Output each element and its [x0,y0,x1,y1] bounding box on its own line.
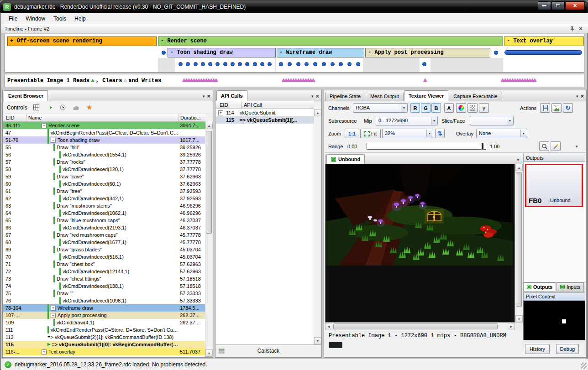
event-row[interactable]: 116-...+Text overlay511.7037 [3,348,205,355]
api-call-row[interactable]: 115=> vkQueueSubmit(1)[... [216,116,314,124]
alpha-background-button[interactable] [467,103,478,113]
tab-event-browser[interactable]: Event Browser [4,90,48,101]
timeline-bar-toon[interactable]: - Toon shading draw [168,48,276,57]
goto-eid-icon[interactable] [46,104,54,112]
zoom-select[interactable]: 32%▾ [382,129,433,138]
event-row[interactable]: 64vkCmdDrawIndexed(1062,1)46.96296 [3,209,205,217]
zoom-range-button[interactable] [539,141,549,151]
panel-close-icon[interactable]: × [207,94,210,99]
expand-toggle[interactable]: − [51,313,56,318]
toon-draw-dots[interactable] [178,62,272,66]
history-button[interactable]: History [525,344,550,354]
text-overlay-draw-span[interactable] [504,50,582,55]
write-markers-group[interactable]: ▲▲▲▲▲▲▲▲▲▲▲▲▲▲ [501,77,536,84]
overlay-select[interactable]: None▾ [476,129,527,138]
event-row[interactable]: 73Draw "chest fittings"57.18518 [3,275,205,282]
event-row[interactable]: 109vkCmdDraw(4,1)262.37... [3,319,205,326]
event-row[interactable]: 61Draw "tree"37.92593 [3,188,205,195]
event-row[interactable]: 56vkCmdDrawIndexed(1554,1)39.25926 [3,151,205,158]
channel-g-toggle[interactable]: G [421,103,430,113]
event-row[interactable]: 55Draw "hill"39.25926 [3,144,205,151]
channel-a-toggle[interactable]: A [444,103,454,113]
event-row[interactable]: 68vkCmdDrawIndexed(1677,1)45.77778 [3,239,205,246]
menu-help[interactable]: Help [70,14,90,23]
tab-api-calls[interactable]: API Calls [216,90,247,101]
zoom-1-1-button[interactable]: 1:1 [345,129,359,138]
range-slider[interactable] [367,143,486,150]
minimize-button[interactable] [538,1,551,10]
pre-toon-draw-dot[interactable] [162,50,166,55]
refresh-button[interactable]: ↻ [563,103,573,113]
pin-icon[interactable] [568,26,576,32]
gamma-button[interactable]: γ [479,103,489,113]
texture-viewport[interactable] [325,164,515,323]
event-row[interactable]: 69Draw "grass blades"45.03704 [3,246,205,253]
expand-toggle[interactable]: − [51,138,56,143]
statistics-icon[interactable] [72,104,80,112]
event-row[interactable]: 66vkCmdDrawIndexed(2193,1)46.37037 [3,224,205,231]
resize-grip[interactable] [581,363,587,369]
timeline-bar-render-scene[interactable]: - Render scene [158,36,503,46]
timeline-bar-wireframe[interactable]: - Wireframe draw [277,48,364,57]
texture-horizontal-scrollbar[interactable]: ◀ ▶ [325,323,515,330]
menu-window[interactable]: Window [21,14,49,23]
time-durations-icon[interactable] [59,104,67,112]
api-call-row[interactable]: +114vkQueueSubmit [216,109,314,116]
channel-r-toggle[interactable]: R [410,103,420,113]
event-row[interactable]: 107-...−Apply post processing262.37... [3,312,205,319]
expand-toggle[interactable]: + [42,349,47,354]
event-row[interactable]: 74vkCmdDrawIndexed(138,1)57.18518 [3,282,205,290]
api-calls-scrollbar[interactable]: ▲ ▼ [314,109,321,344]
panel-menu-icon[interactable]: ▾ [576,94,578,99]
expand-toggle[interactable]: − [42,123,47,128]
timeline-bar-text-overlay[interactable]: - Text overlay [504,36,584,46]
event-row[interactable]: 115▶=> vkQueueSubmit(1)[0]: vkBeginComma… [3,341,205,348]
event-row[interactable]: 72vkCmdDrawIndexed(12144,1)57.62963 [3,268,205,275]
timeline-icon[interactable] [32,104,41,112]
timeline-panel-header[interactable]: Timeline - Frame #2 × [1,24,588,33]
event-browser-scrollbar[interactable]: ▲ ▼ [205,122,212,357]
tab-list-dropdown-icon[interactable]: ▾ [517,157,522,164]
pixel-context-view[interactable] [523,301,585,340]
tab-unbound-texture[interactable]: Unbound [326,154,365,164]
event-row[interactable]: 111vkCmdEndRenderPass(C=Store, D=Store, … [3,326,205,334]
menu-file[interactable]: File [5,14,21,23]
postprocess-draw-dot[interactable] [422,62,427,66]
slice-face-select[interactable]: ▾ [470,116,514,125]
channel-b-toggle[interactable]: B [431,103,441,113]
api-calls-column-header[interactable]: EID API Call [216,101,314,109]
wireframe-draw-dots[interactable] [279,62,360,66]
tab-pipeline-state[interactable]: Pipeline State [325,92,365,101]
callstack-section[interactable]: Callstack [216,344,321,357]
resource-usage-track[interactable]: Presentable Image 1 Reads ▲ , Clears ▲ a… [5,74,584,87]
panel-close-icon[interactable]: × [580,94,584,99]
event-row[interactable]: 57Draw "rocks"37.77778 [3,158,205,166]
event-row[interactable]: 62vkCmdDrawIndexed(342,1)37.92593 [3,195,205,202]
toolbar-overflow-icon[interactable]: ▾ [576,141,578,151]
panel-close-icon[interactable]: × [315,94,319,99]
timeline-bar-offscreen[interactable]: + Off-screen scene rendering [7,36,157,46]
expand-toggle[interactable]: + [51,306,56,311]
write-markers-group[interactable]: ▲▲▲▲▲▲▲▲▲▲▲▲▲▲ [182,77,217,84]
bookmark-icon[interactable] [85,104,94,112]
texture-vertical-scrollbar[interactable]: ▲ ▼ [515,164,522,323]
panel-menu-icon[interactable]: ▾ [311,94,314,99]
event-row[interactable]: 113=> vkQueueSubmit(2)[1]: vkEndCommandB… [3,334,205,341]
expand-toggle[interactable]: + [218,110,223,115]
close-button[interactable]: × [565,1,585,10]
event-browser-column-header[interactable]: EID Name Duratio... [3,114,205,122]
debug-button[interactable]: Debug [556,344,579,354]
range-slider-handle[interactable] [482,143,483,149]
event-row[interactable]: 47vkCmdBeginRenderPass(C=Clear, D=Clear,… [3,129,205,136]
menu-tools[interactable]: Tools [49,14,70,23]
tab-mesh-output[interactable]: Mesh Output [366,92,404,101]
hue-wheel-button[interactable] [456,103,466,113]
event-row[interactable]: 51-76−Toon shading draw1017.7... [3,136,205,144]
open-texture-list-button[interactable] [551,103,562,113]
texture-image[interactable] [326,164,513,266]
event-row[interactable]: 63Draw "mushroom stems"46.96296 [3,202,205,209]
write-markers-group[interactable]: ▲ [423,77,425,84]
event-row[interactable]: 70vkCmdDrawIndexed(516,1)45.03704 [3,253,205,261]
panel-close-icon[interactable]: × [577,26,584,32]
tab-outputs[interactable]: Outputs [523,282,556,291]
